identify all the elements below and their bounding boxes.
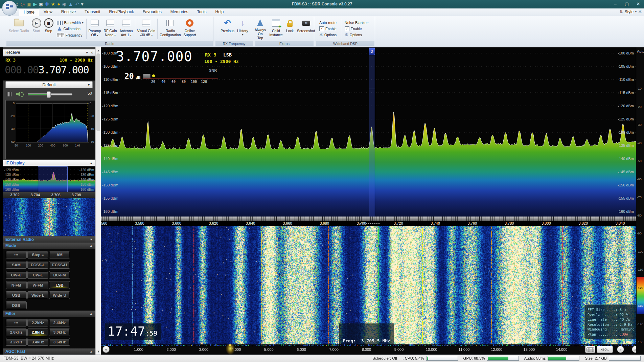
visual-gain-button[interactable]: Visual Gain -30 dB ▾ bbox=[136, 17, 157, 41]
speaker-icon[interactable] bbox=[16, 92, 20, 96]
filter-button-[interactable]: ••• bbox=[6, 319, 26, 326]
noise-blanker-options-button[interactable]: ✱Options bbox=[345, 32, 369, 37]
collapse-icon[interactable]: ▲ bbox=[90, 243, 93, 249]
if-spectrum[interactable]: -120 dBm-120 dBm-130 dBm-130 dBm-140 dBm… bbox=[3, 166, 95, 192]
collapse-icon[interactable]: ▲ bbox=[90, 311, 93, 317]
if-passband-selection[interactable] bbox=[38, 166, 68, 192]
child-instance-button[interactable]: ChildInstance bbox=[268, 17, 284, 41]
preset-dropdown[interactable]: Default▼ bbox=[5, 81, 93, 88]
minimize-button[interactable]: – bbox=[610, 0, 621, 8]
keyboard-entry-button[interactable] bbox=[585, 346, 595, 353]
filter-button-3.4khz[interactable]: 3.4kHz bbox=[28, 338, 48, 345]
filter-button-3.2khz[interactable]: 3.2kHz bbox=[6, 338, 26, 345]
mode-button-widel[interactable]: Wide-L bbox=[28, 292, 48, 299]
filter-button-3.0khz[interactable]: 3.0kHz bbox=[49, 329, 70, 336]
waterfall-level-panel[interactable]: Auto -10-20-30-40-50-60-70-80-90-100-110… bbox=[636, 47, 644, 355]
receive-panel-header[interactable]: Receive ▼ ✕ bbox=[3, 49, 95, 56]
stop-button[interactable]: ◼ Stop bbox=[43, 17, 55, 41]
app-menu-button[interactable] bbox=[2, 1, 17, 16]
mode-button-ecssl[interactable]: ECSS-L bbox=[28, 261, 48, 268]
waterfall-display[interactable]: 17:47:59 Freq: 3.705.5 MHz Span: ±146.45… bbox=[101, 226, 636, 344]
panel-collapse-icon[interactable]: ▼ bbox=[85, 51, 89, 54]
tab-home[interactable]: Home bbox=[19, 8, 39, 16]
always-on-top-button[interactable]: AlwaysOn Top bbox=[253, 17, 267, 41]
style-caret-icon[interactable]: ▾ bbox=[635, 10, 637, 13]
mode-button-cwu[interactable]: CW-U bbox=[6, 271, 26, 278]
mode-button-wideu[interactable]: Wide-U bbox=[49, 292, 70, 299]
tab-favourites[interactable]: Favourites bbox=[138, 8, 166, 16]
start-button[interactable]: ▶ Start bbox=[30, 17, 43, 41]
tab-rec-playback[interactable]: Rec/Playback bbox=[105, 8, 138, 16]
tab-help[interactable]: Help bbox=[211, 8, 228, 16]
lock-button[interactable]: Lock bbox=[285, 17, 295, 41]
tab-memories[interactable]: Memories bbox=[166, 8, 193, 16]
history-button[interactable]: ↓ History ▾ bbox=[236, 17, 250, 41]
select-radio-button[interactable]: Select Radio bbox=[7, 17, 30, 41]
scroll-down-icon[interactable]: ▼ bbox=[96, 350, 101, 353]
auto-level-label[interactable]: Auto bbox=[637, 49, 644, 53]
scrollbar-thumb[interactable] bbox=[96, 53, 100, 131]
mode-button-[interactable]: ••• bbox=[6, 251, 26, 258]
volume-slider-knob[interactable] bbox=[47, 91, 51, 98]
tab-view[interactable]: View bbox=[39, 8, 57, 16]
radio-configuration-button[interactable]: RadioConfiguration bbox=[158, 17, 182, 41]
mode-button-sam[interactable]: SAM bbox=[6, 261, 26, 268]
bandwidth-button[interactable]: Bandwidth▾ bbox=[57, 21, 84, 25]
external-radio-header[interactable]: External Radio▼ bbox=[3, 236, 95, 243]
mode-button-nfm[interactable]: N-FM bbox=[6, 281, 26, 289]
filter-button-2.4khz[interactable]: 2.4kHz bbox=[49, 319, 70, 326]
zoom-level-button[interactable]: x50 ▸ bbox=[597, 346, 613, 353]
filter-header[interactable]: Filter▲ bbox=[3, 311, 95, 317]
screenshot-button[interactable]: Screenshot bbox=[296, 17, 316, 41]
previous-button[interactable]: ↶ Previous bbox=[219, 17, 236, 41]
volume-slider[interactable] bbox=[28, 93, 72, 95]
filter-button-2.2khz[interactable]: 2.2kHz bbox=[28, 319, 48, 326]
rx-marker-flag[interactable]: 3 bbox=[369, 48, 375, 55]
scroll-up-icon[interactable]: ▲ bbox=[96, 49, 101, 52]
close-button[interactable]: ✕ bbox=[632, 0, 644, 8]
style-switch-icon[interactable]: ⇅ bbox=[619, 9, 623, 14]
rx-marker-band[interactable] bbox=[369, 47, 375, 217]
frequency-ruler[interactable] bbox=[101, 217, 636, 221]
frequency-readout[interactable]: RX 3 100 - 2900 Hz 000.003.707.000 bbox=[3, 56, 95, 81]
scroll-right-button[interactable]: » bbox=[617, 346, 624, 353]
filter-button-3.6khz[interactable]: 3.6kHz bbox=[49, 338, 70, 345]
gear-icon[interactable]: ✱ bbox=[638, 9, 642, 14]
mode-button-am[interactable]: AM bbox=[49, 251, 70, 258]
panel-scrollbar[interactable]: ▲ ▼ bbox=[95, 47, 101, 355]
mode-button-step[interactable]: Step ≡ bbox=[28, 251, 48, 258]
mode-button-lsb[interactable]: LSB bbox=[49, 281, 70, 289]
if-display-header[interactable]: IF Display▲ bbox=[3, 160, 95, 166]
expand-icon[interactable]: ▼ bbox=[90, 236, 93, 243]
waterfall-palette-bar[interactable] bbox=[637, 277, 644, 314]
mode-button-cwl[interactable]: CW-L bbox=[28, 271, 48, 278]
if-waterfall[interactable] bbox=[3, 198, 95, 236]
agc-header[interactable]: AGC: Fast▲ bbox=[3, 348, 95, 355]
tab-transmit[interactable]: Transmit bbox=[80, 8, 105, 16]
maximize-button[interactable]: ▢ bbox=[621, 0, 632, 8]
mode-header[interactable]: Mode▲ bbox=[3, 243, 95, 249]
collapse-icon[interactable]: ▲ bbox=[90, 160, 93, 166]
scroll-end-button[interactable]: » bbox=[632, 346, 636, 353]
spectrum-display[interactable]: -100 dBm-100 dBm-105 dBm-105 dBm-110 dBm… bbox=[101, 47, 636, 217]
equalizer-icon[interactable] bbox=[7, 92, 12, 96]
tab-tools[interactable]: Tools bbox=[193, 8, 211, 16]
tab-receive[interactable]: Receive bbox=[57, 8, 80, 16]
noise-blanker-enable-checkbox[interactable]: ✓Enable bbox=[345, 26, 369, 31]
filter-button-2.6khz[interactable]: 2.6kHz bbox=[6, 329, 26, 336]
collapse-icon[interactable]: ▲ bbox=[90, 348, 93, 355]
panel-close-icon[interactable]: ✕ bbox=[91, 51, 93, 54]
style-label[interactable]: Style bbox=[624, 9, 634, 14]
mode-button-bcfm[interactable]: BC-FM bbox=[49, 271, 70, 278]
auto-mute-options-button[interactable]: ✱Options bbox=[319, 32, 338, 37]
auto-mute-enable-checkbox[interactable]: ✓Enable bbox=[319, 26, 338, 31]
filter-button-2.8khz[interactable]: 2.8kHz bbox=[28, 329, 48, 336]
antenna-button[interactable]: Antenna Ant 1 ▾ bbox=[118, 17, 134, 41]
scroll-left-button[interactable]: « bbox=[102, 346, 110, 353]
mode-button-dsb[interactable]: DSB bbox=[6, 302, 26, 309]
mode-button-ecssu[interactable]: ECSS-U bbox=[49, 261, 70, 268]
mode-button-usb[interactable]: USB bbox=[6, 292, 26, 299]
frequency-button[interactable]: Frequency bbox=[57, 33, 84, 37]
calibration-button[interactable]: Calibration bbox=[57, 26, 84, 31]
online-support-button[interactable]: OnlineSupport bbox=[182, 17, 198, 41]
